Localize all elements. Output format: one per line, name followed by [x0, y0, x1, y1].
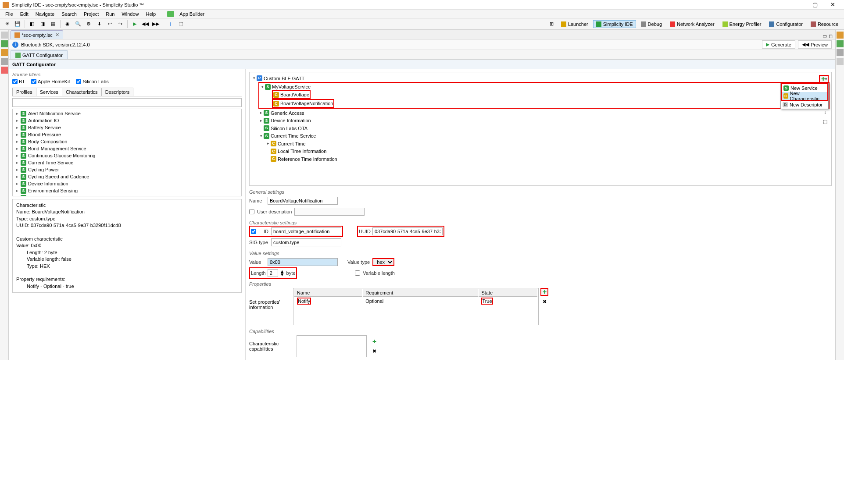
service-item[interactable]: ▸SBody Composition — [13, 138, 241, 145]
toolbar-btn-4[interactable]: ◉ — [63, 20, 72, 28]
perspective-open[interactable]: ⊞ — [547, 20, 556, 28]
minimize-button[interactable]: — — [789, 0, 806, 10]
info-icon[interactable]: i — [166, 20, 175, 28]
perspective-energy[interactable]: Energy Profiler — [719, 20, 765, 28]
toolbar-btn-3[interactable]: ▦ — [49, 20, 57, 28]
toolbar-btn-9[interactable]: ↪ — [116, 20, 125, 28]
service-item[interactable]: ▸SAlert Notification Service — [13, 110, 241, 117]
tree-svc-ota[interactable]: SSilicon Labs OTA — [264, 125, 308, 132]
rside-icon-2[interactable] — [837, 40, 844, 47]
maximize-view-icon[interactable]: ◻ — [829, 33, 833, 39]
value-input[interactable] — [268, 258, 338, 266]
menu-new-descriptor[interactable]: DNew Descriptor — [781, 101, 828, 109]
name-input[interactable] — [268, 197, 338, 205]
service-item[interactable]: ▸SBond Management Service — [13, 145, 241, 152]
service-item[interactable]: ▸SCurrent Time Service — [13, 159, 241, 166]
toolbar-btn-6[interactable]: ⚙ — [84, 20, 93, 28]
toolbar-btn-8[interactable]: ↩ — [105, 20, 114, 28]
expand-icon[interactable]: ▾ — [258, 132, 264, 139]
tab-profiles[interactable]: Profiles — [12, 88, 36, 96]
move-down-icon[interactable]: ↓ — [822, 108, 829, 115]
uuid-input[interactable] — [372, 227, 443, 235]
tree-svc-device-info[interactable]: SDevice Information — [264, 117, 311, 124]
tree-char-ct[interactable]: CCurrent Time — [271, 140, 306, 147]
tree-svc-generic-access[interactable]: SGeneric Access — [264, 110, 304, 117]
editor-tab[interactable]: *soc-empty.isc ✕ — [11, 30, 63, 39]
prop-state[interactable]: True — [481, 298, 493, 305]
save-button[interactable]: 💾 — [13, 20, 22, 28]
id-checkbox[interactable] — [251, 229, 256, 234]
toolbar-btn-1[interactable]: ◧ — [28, 20, 36, 28]
filter-homekit[interactable]: Apple HomeKit — [31, 79, 70, 84]
menu-search[interactable]: Search — [58, 11, 80, 17]
valuetype-select[interactable]: hex — [372, 258, 394, 266]
menu-new-characteristic[interactable]: CNew Characteristic — [782, 92, 827, 100]
tab-characteristics[interactable]: Characteristics — [62, 88, 102, 96]
generate-button[interactable]: ▶Generate — [762, 40, 795, 49]
side-icon-5[interactable] — [1, 67, 8, 74]
side-icon-2[interactable] — [1, 40, 8, 47]
search-input[interactable] — [12, 98, 242, 107]
expand-icon[interactable]: ▾ — [260, 83, 265, 90]
menu-file[interactable]: File — [2, 11, 17, 17]
toolbar-btn-10[interactable]: ⬚ — [176, 20, 185, 28]
add-capability-button[interactable]: ✚ — [370, 337, 378, 345]
side-icon-3[interactable] — [1, 49, 8, 56]
remove-capability-button[interactable]: ✖ — [370, 347, 378, 355]
service-item[interactable]: ▸SCycling Speed and Cadence — [13, 173, 241, 180]
service-item[interactable]: ▸SCycling Power — [13, 166, 241, 173]
menu-window[interactable]: Window — [118, 11, 142, 17]
perspective-launcher[interactable]: Launcher — [558, 20, 591, 28]
gatt-tree[interactable]: ✚▾ SNew Service CNew Characteristic DNew… — [249, 72, 832, 186]
appbuilder-button[interactable]: App Builder — [164, 11, 211, 17]
import-icon[interactable]: ⬚ — [822, 118, 829, 125]
prop-req[interactable]: Optional — [365, 298, 383, 304]
rside-icon-1[interactable] — [837, 32, 844, 39]
perspective-simplicity[interactable]: Simplicity IDE — [593, 20, 636, 28]
side-icon-1[interactable] — [1, 32, 8, 39]
preview-button[interactable]: ◀◀Preview — [798, 40, 832, 49]
menu-help[interactable]: Help — [143, 11, 160, 17]
tree-char-voltage[interactable]: CBoardVoltage — [272, 90, 311, 99]
id-input[interactable] — [271, 227, 341, 235]
tree-char-lti[interactable]: CLocal Time Information — [271, 148, 326, 155]
tab-services[interactable]: Services — [36, 88, 62, 96]
add-property-button[interactable]: ✚ — [540, 288, 548, 296]
expand-icon[interactable]: ▸ — [258, 117, 264, 124]
maximize-button[interactable]: ▢ — [806, 0, 824, 10]
menu-run[interactable]: Run — [102, 11, 118, 17]
remove-property-button[interactable]: ✖ — [540, 298, 548, 305]
sigtype-input[interactable] — [271, 238, 341, 246]
length-input[interactable] — [268, 269, 278, 277]
perspective-network[interactable]: Network Analyzer — [667, 20, 718, 28]
new-button[interactable]: ✳ — [3, 20, 11, 28]
toolbar-btn-2[interactable]: ◨ — [38, 20, 47, 28]
add-dropdown-button[interactable]: ✚▾ — [819, 75, 829, 83]
filter-bt[interactable]: BT — [12, 79, 25, 84]
capabilities-list[interactable] — [297, 335, 367, 357]
perspective-configurator[interactable]: Configurator — [766, 20, 806, 28]
step-back-button[interactable]: ◀◀ — [141, 20, 150, 28]
service-item[interactable]: ▸SContinuous Glucose Monitoring — [13, 152, 241, 159]
service-item[interactable]: ▸SDevice Information — [13, 180, 241, 187]
side-icon-4[interactable] — [1, 58, 8, 65]
rside-icon-3[interactable] — [837, 49, 844, 56]
tree-svc-current-time[interactable]: SCurrent Time Service — [264, 132, 316, 139]
varlen-checkbox[interactable] — [355, 270, 360, 276]
menu-project[interactable]: Project — [80, 11, 102, 17]
expand-icon[interactable]: ▾ — [251, 75, 257, 82]
toolbar-btn-5[interactable]: 🔍 — [74, 20, 82, 28]
close-button[interactable]: ✕ — [824, 0, 841, 10]
perspective-resource[interactable]: Resource — [808, 20, 841, 28]
service-item[interactable]: ▸SEnvironmental Sensing — [13, 187, 241, 194]
expand-icon[interactable]: ▸ — [265, 140, 271, 147]
minimize-view-icon[interactable]: ▭ — [823, 33, 827, 39]
rside-icon-4[interactable] — [837, 58, 844, 65]
services-list[interactable]: ▸SAlert Notification Service▸SAutomation… — [12, 109, 242, 196]
subtab-gatt[interactable]: GATT Configurator — [11, 50, 68, 59]
service-item[interactable]: ▸SBlood Pressure — [13, 131, 241, 138]
menu-navigate[interactable]: Navigate — [32, 11, 58, 17]
spinner-down-icon[interactable]: ▼ — [280, 273, 285, 276]
tree-root[interactable]: PCustom BLE GATT — [257, 75, 304, 82]
prop-name[interactable]: Notify — [297, 298, 311, 305]
